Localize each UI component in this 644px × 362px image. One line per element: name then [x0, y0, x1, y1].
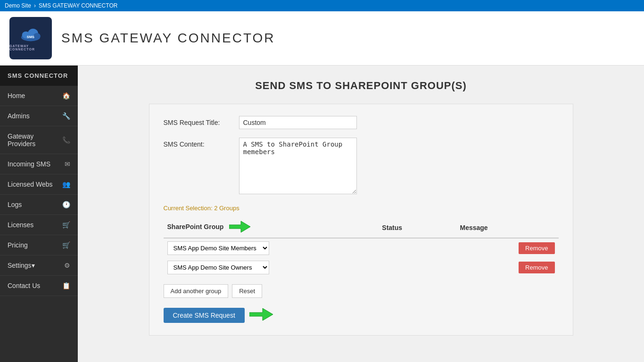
sidebar-item-incoming-sms[interactable]: Incoming SMS ✉ — [0, 154, 78, 174]
sidebar-title: SMS CONNECTOR — [0, 66, 78, 86]
groups-table: SharePoint Group Status Message — [164, 217, 559, 277]
svg-marker-6 — [249, 308, 273, 321]
remove-button-1[interactable]: Remove — [519, 242, 554, 254]
pricing-cart-icon: 🛒 — [62, 241, 70, 249]
top-bar: Demo Site › SMS GATEWAY CONNECTOR — [0, 0, 644, 11]
group-select-2[interactable]: SMS App Demo Site Members SMS App Demo S… — [167, 261, 269, 274]
sidebar-item-licenses[interactable]: Licenses 🛒 — [0, 215, 78, 235]
sidebar-item-gateway-providers[interactable]: Gateway Providers 📞 — [0, 126, 78, 154]
app-header: SMS GATEWAY CONNECTOR SMS GATEWAY CONNEC… — [0, 11, 644, 66]
arrow-indicator-2 — [249, 307, 273, 323]
phone-icon: 📞 — [62, 136, 70, 144]
request-title-label: SMS Request Title: — [164, 116, 239, 126]
sidebar-item-admins[interactable]: Admins 🔧 — [0, 106, 78, 126]
main-content: SEND SMS TO SHAREPOINT GROUP(S) SMS Requ… — [78, 66, 644, 362]
email-icon: ✉ — [65, 160, 70, 168]
sidebar-item-settings[interactable]: Settings▾ ⚙ — [0, 255, 78, 276]
sidebar-item-label: Incoming SMS — [8, 160, 50, 168]
sidebar-item-label: Admins — [8, 112, 30, 120]
svg-text:SMS: SMS — [27, 34, 34, 39]
sidebar-item-home[interactable]: Home 🏠 — [0, 86, 78, 106]
breadcrumb-arrow: › — [34, 2, 36, 9]
breadcrumb-connector: SMS GATEWAY CONNECTOR — [39, 2, 117, 9]
col-header-sharepoint-group: SharePoint Group — [164, 217, 379, 238]
selection-info: Current Selection: 2 Groups — [164, 205, 559, 212]
sidebar-item-pricing[interactable]: Pricing 🛒 — [0, 235, 78, 255]
col-header-status: Status — [378, 217, 456, 238]
group-select-cell-1: SMS App Demo Site Members SMS App Demo S… — [164, 238, 379, 258]
request-title-input[interactable] — [239, 116, 357, 129]
arrow-indicator-1 — [229, 220, 250, 235]
remove-button-2[interactable]: Remove — [519, 262, 554, 273]
action-buttons: Add another group Reset — [164, 284, 559, 298]
group-select-1[interactable]: SMS App Demo Site Members SMS App Demo S… — [167, 241, 269, 255]
contact-icon: 📋 — [62, 282, 70, 289]
sms-content-input[interactable]: A SMS to SharePoint Group memebers — [239, 138, 357, 194]
request-title-row: SMS Request Title: — [164, 116, 559, 129]
sms-content-label: SMS Content: — [164, 138, 239, 148]
home-icon: 🏠 — [62, 92, 70, 99]
sidebar-item-label: Contact Us — [8, 282, 40, 289]
app-logo: SMS GATEWAY CONNECTOR — [9, 17, 52, 59]
sidebar-item-label: Licenses — [8, 221, 33, 229]
users-icon: 👥 — [62, 181, 70, 188]
form-panel: SMS Request Title: SMS Content: A SMS to… — [149, 104, 573, 336]
sidebar-item-label: Settings▾ — [8, 262, 35, 269]
sidebar-item-licensed-webs[interactable]: Licensed Webs 👥 — [0, 174, 78, 195]
col-header-action — [515, 217, 558, 238]
sidebar-item-label: Home — [8, 92, 25, 99]
sidebar-item-label: Gateway Providers — [8, 132, 62, 148]
add-another-group-button[interactable]: Add another group — [164, 284, 229, 298]
sidebar-item-label: Pricing — [8, 241, 28, 249]
group-select-cell-2: SMS App Demo Site Members SMS App Demo S… — [164, 258, 379, 277]
svg-marker-5 — [229, 221, 250, 232]
layout: SMS CONNECTOR Home 🏠 Admins 🔧 Gateway Pr… — [0, 66, 644, 362]
cart-icon: 🛒 — [62, 221, 70, 229]
sidebar: SMS CONNECTOR Home 🏠 Admins 🔧 Gateway Pr… — [0, 66, 78, 362]
sms-content-row: SMS Content: A SMS to SharePoint Group m… — [164, 138, 559, 196]
app-title: SMS GATEWAY CONNECTOR — [61, 31, 275, 46]
create-sms-request-button[interactable]: Create SMS Request — [164, 308, 245, 323]
page-title: SEND SMS TO SHAREPOINT GROUP(S) — [97, 80, 625, 92]
breadcrumb-site[interactable]: Demo Site — [5, 2, 31, 9]
reset-button[interactable]: Reset — [232, 284, 262, 298]
wrench-icon: 🔧 — [62, 112, 70, 120]
sidebar-item-contact-us[interactable]: Contact Us 📋 — [0, 276, 78, 296]
table-row: SMS App Demo Site Members SMS App Demo S… — [164, 258, 559, 277]
sidebar-item-label: Logs — [8, 201, 22, 208]
sidebar-item-logs[interactable]: Logs 🕐 — [0, 195, 78, 215]
sidebar-item-label: Licensed Webs — [8, 181, 52, 188]
clock-icon: 🕐 — [62, 201, 70, 208]
col-header-message: Message — [456, 217, 515, 238]
table-row: SMS App Demo Site Members SMS App Demo S… — [164, 238, 559, 258]
create-btn-row: Create SMS Request — [164, 307, 559, 323]
gear-icon: ⚙ — [64, 262, 70, 269]
